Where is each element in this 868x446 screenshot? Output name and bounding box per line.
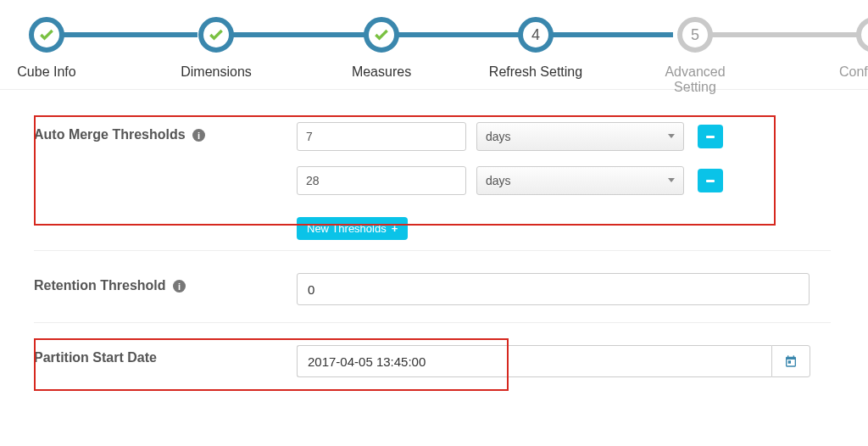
step-label: Cube Info — [0, 64, 97, 80]
step-measures[interactable]: Measures — [331, 17, 432, 80]
section-retention: Retention Threshold i — [34, 266, 868, 312]
retention-label: Retention Threshold i — [34, 273, 297, 293]
chevron-down-icon — [668, 134, 675, 138]
threshold-unit-select[interactable]: days — [476, 166, 684, 195]
threshold-row: days — [297, 122, 868, 151]
remove-threshold-button[interactable] — [698, 125, 723, 148]
partition-date-row — [297, 345, 868, 377]
step-label: Configuration — [839, 64, 868, 80]
select-value: days — [486, 174, 511, 187]
button-label: New Thresholds — [307, 222, 387, 235]
check-icon — [29, 17, 64, 53]
step-label: Dimensions — [165, 64, 267, 80]
calendar-icon — [784, 354, 798, 368]
section-partition: Partition Start Date — [34, 338, 868, 394]
divider — [34, 322, 831, 323]
new-thresholds-button[interactable]: New Thresholds + — [297, 217, 408, 240]
plus-icon: + — [392, 222, 398, 235]
threshold-row: days — [297, 166, 868, 195]
threshold-unit-select[interactable]: days — [476, 122, 684, 151]
step-number — [856, 17, 868, 53]
label-text: Retention Threshold — [34, 278, 166, 293]
check-icon — [198, 17, 234, 53]
step-refresh-setting[interactable]: 4 Refresh Setting — [485, 17, 587, 80]
check-icon — [364, 17, 399, 53]
chevron-down-icon — [668, 178, 675, 182]
step-configuration[interactable]: Configuration — [780, 17, 868, 80]
step-dimensions[interactable]: Dimensions — [165, 17, 267, 80]
partition-date-input[interactable] — [297, 345, 771, 377]
step-number: 5 — [677, 17, 713, 53]
minus-icon — [706, 136, 715, 138]
remove-threshold-button[interactable] — [698, 169, 723, 192]
select-value: days — [486, 130, 511, 143]
step-label: Measures — [331, 64, 432, 80]
wizard-stepper: Cube Info Dimensions Measures 4 Refresh … — [0, 0, 868, 89]
step-label: Advanced Setting — [644, 64, 746, 95]
retention-input[interactable] — [297, 273, 810, 305]
step-advanced-setting[interactable]: 5 Advanced Setting — [644, 17, 746, 95]
section-auto-merge: Auto Merge Thresholds i days days — [34, 115, 868, 217]
step-number: 4 — [518, 17, 554, 53]
minus-icon — [706, 180, 715, 182]
step-cube-info[interactable]: Cube Info — [0, 17, 97, 80]
divider — [34, 250, 831, 251]
calendar-button[interactable] — [771, 345, 810, 377]
info-icon[interactable]: i — [192, 129, 205, 142]
form-content: Auto Merge Thresholds i days days — [0, 115, 868, 394]
threshold-value-input[interactable] — [297, 122, 466, 151]
label-text: Auto Merge Thresholds — [34, 127, 186, 142]
auto-merge-label: Auto Merge Thresholds i — [34, 122, 297, 142]
info-icon[interactable]: i — [173, 280, 186, 293]
auto-merge-body: days days — [297, 122, 868, 210]
step-label: Refresh Setting — [485, 64, 587, 80]
partition-label: Partition Start Date — [34, 345, 297, 365]
threshold-value-input[interactable] — [297, 166, 466, 195]
